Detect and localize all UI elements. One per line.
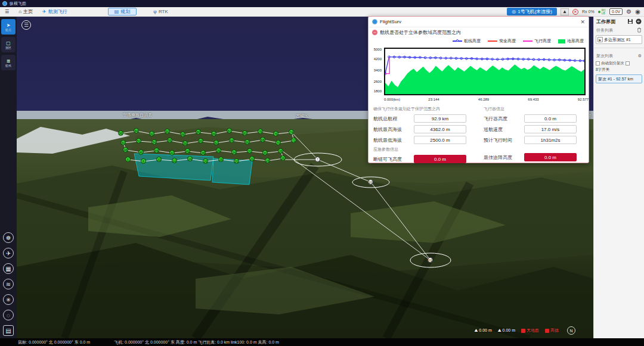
waypoint-marker[interactable]: 50: [120, 140, 126, 145]
waypoint-marker[interactable]: 76: [273, 131, 278, 136]
waypoint-marker[interactable]: 20: [234, 158, 239, 164]
waypoint-marker[interactable]: 38: [200, 150, 206, 155]
save-icon[interactable]: [627, 18, 633, 24]
tool-测区[interactable]: ▢测区: [1, 37, 16, 52]
waypoint-marker[interactable]: 36: [216, 148, 221, 153]
waypoint-marker[interactable]: 66: [244, 139, 250, 145]
compass-icon[interactable]: ☸: [3, 232, 14, 243]
tool-航点[interactable]: ➤航点: [1, 19, 16, 35]
y-tick-label: 2600: [374, 80, 382, 83]
waypoint-marker[interactable]: 30: [262, 150, 268, 155]
waypoint-marker[interactable]: 64: [229, 138, 234, 143]
expander-icon[interactable]: ▶: [597, 37, 603, 42]
y-tick-label: 5000: [374, 48, 382, 51]
waypoint-marker[interactable]: 72: [291, 138, 296, 143]
waypoint-marker[interactable]: 42: [169, 150, 175, 155]
waypoint-marker[interactable]: 88: [180, 132, 185, 137]
hamburger-menu-icon[interactable]: ☰: [0, 7, 14, 17]
waypoint-marker[interactable]: 34: [231, 149, 237, 155]
tab-plan[interactable]: ▤ 规划: [108, 8, 137, 15]
field-label: 预计飞行时间: [484, 137, 522, 144]
waypoint-marker[interactable]: 70: [275, 140, 281, 145]
trash-icon[interactable]: [637, 27, 642, 33]
map-layers-button[interactable]: ☰: [21, 20, 31, 30]
map-legend-icon[interactable]: ▤: [3, 325, 14, 336]
waypoint-marker[interactable]: 48: [123, 147, 128, 152]
waypoint-marker[interactable]: 52: [136, 138, 141, 144]
waypoint-marker[interactable]: 44: [154, 148, 159, 153]
waypoint-marker[interactable]: 54: [151, 139, 157, 145]
sortie-item-selected[interactable]: 架次 #1 - 92.57 km: [596, 74, 642, 83]
compass-icon[interactable]: N: [567, 326, 575, 335]
legend-item: 飞行高度: [523, 38, 551, 44]
waypoint-marker[interactable]: 32: [247, 148, 252, 154]
tab-rtk[interactable]: ψ RTK: [147, 8, 174, 15]
min-altitude-field: 2500.0 m: [414, 136, 466, 144]
user-account-icon[interactable]: ◉: [635, 8, 640, 15]
waypoint-marker[interactable]: 80: [242, 130, 247, 136]
elevation-chart: 50004200340026001800 0.000(km)23.14446.2…: [384, 48, 586, 95]
settings-gear-icon[interactable]: ⚙: [626, 8, 631, 15]
auto-split-checkbox[interactable]: [596, 61, 600, 66]
aircraft-button-label: 1号飞机(未连接): [518, 8, 552, 15]
orbit-icon[interactable]: ◌: [3, 310, 14, 320]
waypoint-marker[interactable]: 96: [118, 130, 123, 136]
waypoint-marker[interactable]: 58: [182, 141, 188, 146]
menu-home[interactable]: ⌂ 主页: [14, 7, 38, 17]
waypoint-marker[interactable]: 14: [187, 156, 193, 161]
waypoint-marker[interactable]: 90: [165, 129, 170, 134]
waypoint-marker[interactable]: 22: [249, 156, 255, 161]
tool-glyph-icon: ≣: [7, 58, 11, 64]
x-tick-label: 0.000(km): [384, 98, 400, 101]
waypoint-marker[interactable]: 8: [141, 158, 146, 164]
waypoint-marker[interactable]: 24: [265, 158, 270, 163]
waypoint-marker[interactable]: 56: [167, 138, 172, 143]
close-icon[interactable]: ✕: [580, 19, 585, 25]
waypoint-marker[interactable]: 12: [172, 158, 177, 163]
waypoint-marker[interactable]: 94: [134, 128, 139, 133]
rx-signal-label: Rx 0%: [582, 10, 595, 14]
figure8-checkbox[interactable]: [626, 61, 630, 66]
measure-icon[interactable]: ✳: [3, 294, 14, 305]
waypoint-marker[interactable]: 40: [185, 148, 190, 154]
loiter-marker[interactable]: H1: [428, 257, 433, 263]
waypoint-marker[interactable]: 84: [211, 131, 216, 136]
chart-y-axis: 50004200340026001800: [371, 48, 383, 95]
y-tick-label: 1800: [374, 89, 382, 93]
waypoint-marker[interactable]: 10: [156, 157, 162, 162]
undo-icon[interactable]: [636, 18, 642, 24]
waypoint-marker[interactable]: 62: [213, 140, 219, 145]
chart-icon[interactable]: ▦: [3, 263, 14, 274]
tool-glyph-icon: ▢: [6, 40, 11, 46]
waypoint-marker[interactable]: 46: [138, 149, 144, 155]
waypoint-marker[interactable]: 92: [149, 131, 154, 136]
waypoint-marker[interactable]: 82: [227, 128, 232, 133]
sortie-settings-gear-icon[interactable]: ⚙: [638, 54, 642, 58]
survey-area-item[interactable]: ▶ 多边形测区 #1: [596, 35, 642, 44]
loiter-marker[interactable]: 100: [368, 179, 373, 185]
waypoint-marker[interactable]: 78: [258, 129, 263, 134]
aircraft-select-button[interactable]: ◎ 1号飞机(未连接): [507, 8, 557, 15]
tool-航线[interactable]: ≣航线: [1, 55, 16, 70]
signal-icon[interactable]: ≋: [3, 279, 14, 289]
warning-icon: −: [372, 30, 377, 35]
waypoint-marker[interactable]: 18: [218, 157, 224, 162]
waypoint-marker[interactable]: 68: [260, 137, 265, 142]
task-list-label: 任务列表: [596, 27, 613, 33]
waypoint-marker[interactable]: 16: [203, 158, 208, 164]
drone-icon[interactable]: ✈: [3, 248, 14, 258]
waypoint-marker[interactable]: 6: [125, 157, 131, 162]
waypoint-marker[interactable]: 86: [196, 129, 201, 135]
waypoint-marker[interactable]: 74: [289, 129, 294, 135]
dialog-title-bar[interactable]: FlightSurv ✕: [369, 17, 589, 27]
waypoint-marker[interactable]: 28: [278, 148, 283, 154]
terrain-view-button[interactable]: ▲: [561, 8, 569, 15]
field-label: 巡航速度: [484, 126, 522, 133]
menu-flight-mode[interactable]: ✈ 航测飞行: [38, 7, 72, 17]
tab-plan-label: 规划: [120, 8, 130, 15]
work-panel: 工作界面 任务列表 ▶ 多边形测区 #1 架次列表 ⚙ 自动划分架次 8字开关 …: [593, 17, 644, 338]
map-attribution-badge: 高德: [545, 328, 559, 333]
waypoint-marker[interactable]: 26: [280, 155, 286, 161]
loiter-marker[interactable]: 7: [315, 157, 320, 162]
waypoint-marker[interactable]: 60: [198, 138, 203, 144]
